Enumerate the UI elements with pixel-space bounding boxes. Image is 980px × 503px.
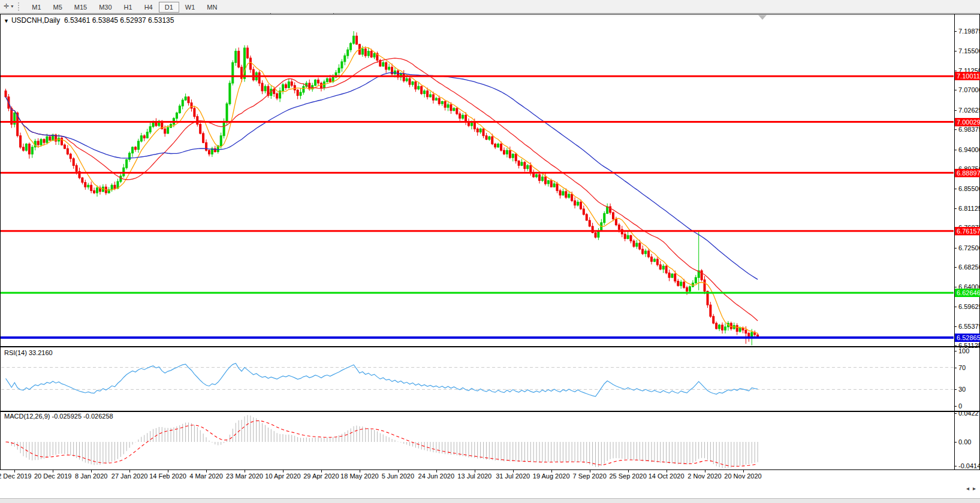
candle-body bbox=[541, 177, 543, 180]
candle-body bbox=[716, 323, 717, 329]
candle-body bbox=[149, 126, 151, 132]
date-label: 5 Jun 2020 bbox=[382, 472, 414, 480]
chart-plot-area[interactable] bbox=[0, 0, 954, 469]
timeframe-button-m5[interactable]: M5 bbox=[47, 2, 68, 13]
candle-body bbox=[553, 184, 555, 187]
date-label: 2 Dec 2019 bbox=[0, 472, 31, 480]
candle-body bbox=[491, 137, 493, 144]
tab-scroll-right-icon[interactable]: ▸ bbox=[971, 485, 978, 492]
candle-body bbox=[456, 108, 458, 114]
candle-body bbox=[527, 165, 529, 168]
candle-body bbox=[515, 154, 517, 161]
timeframe-button-mn[interactable]: MN bbox=[201, 2, 223, 13]
candle-body bbox=[430, 95, 432, 97]
candle-body bbox=[326, 78, 328, 81]
rsi-pane-separator[interactable] bbox=[0, 346, 980, 347]
rsi-label: RSI(14) 33.2160 bbox=[4, 349, 53, 356]
tab-scroll-left-icon[interactable]: ◂ bbox=[964, 485, 971, 492]
slow-ma-line bbox=[6, 72, 758, 279]
candle-body bbox=[300, 92, 301, 95]
candle-body bbox=[264, 86, 266, 91]
candle-body bbox=[137, 141, 139, 150]
price-tick-label: 6.98375 bbox=[958, 126, 980, 133]
candle-body bbox=[226, 104, 228, 122]
crosshair-tool-icon[interactable]: ✛ bbox=[0, 2, 11, 10]
candle-body bbox=[465, 115, 467, 122]
candle-body bbox=[689, 287, 690, 292]
candle-body bbox=[630, 235, 632, 241]
candle-body bbox=[179, 106, 180, 113]
candle-body bbox=[261, 83, 263, 91]
price-tick-label: 7.15500 bbox=[958, 47, 980, 54]
candle-body bbox=[135, 147, 137, 150]
candle-body bbox=[421, 86, 423, 93]
candle-body bbox=[642, 249, 644, 254]
candle-body bbox=[539, 175, 541, 181]
candle-body bbox=[40, 140, 42, 145]
price-tick-label: 6.59625 bbox=[958, 303, 980, 310]
timeframe-button-w1[interactable]: W1 bbox=[179, 2, 201, 13]
candle-body bbox=[512, 154, 514, 157]
candle-body bbox=[701, 271, 702, 280]
candle-body bbox=[615, 219, 617, 225]
rsi-tick-label: 100 bbox=[958, 347, 969, 354]
price-tick-label: 6.85500 bbox=[958, 185, 980, 192]
candle-body bbox=[20, 136, 22, 147]
toolbar-dropdown-caret-icon[interactable]: ▾ bbox=[11, 4, 17, 9]
macd-pane-separator[interactable] bbox=[0, 411, 980, 412]
candle-body bbox=[406, 78, 408, 81]
candle-body bbox=[315, 80, 316, 86]
candle-body bbox=[232, 63, 234, 83]
date-label: 13 Jul 2020 bbox=[457, 472, 491, 480]
candle-body bbox=[680, 282, 682, 286]
candle-body bbox=[624, 234, 626, 239]
price-tick-label: 7.02625 bbox=[958, 107, 980, 114]
toolbar-drag-handle[interactable] bbox=[18, 2, 22, 11]
candle-body bbox=[200, 125, 201, 134]
date-label: 20 Nov 2020 bbox=[724, 472, 761, 480]
candle-body bbox=[126, 159, 128, 168]
candle-body bbox=[444, 101, 446, 107]
candle-body bbox=[111, 185, 113, 190]
candle-body bbox=[648, 251, 650, 257]
candle-body bbox=[132, 147, 134, 153]
macd-tick-label: -0.04148 bbox=[958, 462, 980, 469]
candle-body bbox=[140, 136, 142, 141]
candle-body bbox=[550, 181, 552, 187]
price-tick-label: 6.72500 bbox=[958, 244, 980, 252]
candle-body bbox=[653, 259, 655, 262]
candle-body bbox=[562, 192, 564, 195]
candle-body bbox=[483, 129, 484, 136]
candle-body bbox=[164, 129, 166, 134]
candle-body bbox=[695, 277, 696, 283]
timeframe-button-m15[interactable]: M15 bbox=[68, 2, 93, 13]
chart-shift-marker-icon[interactable] bbox=[758, 15, 767, 20]
candle-body bbox=[85, 183, 86, 187]
chart-title: ▼USDCNH,Daily 6.53461 6.53845 6.52937 6.… bbox=[4, 16, 174, 25]
timeframe-button-m30[interactable]: M30 bbox=[93, 2, 117, 13]
candle-body bbox=[37, 141, 39, 145]
date-label: 7 Sep 2020 bbox=[573, 472, 607, 480]
price-tick-label: 6.55375 bbox=[958, 323, 980, 330]
price-line-tag: 6.88897 bbox=[955, 169, 980, 177]
price-line-tag: 6.52865 bbox=[955, 334, 980, 342]
candle-body bbox=[674, 274, 676, 281]
candle-body bbox=[544, 177, 546, 184]
candle-body bbox=[427, 91, 429, 97]
candle-body bbox=[294, 86, 295, 90]
candle-body bbox=[627, 235, 629, 238]
toolbar: ✛ ▾ M1M5M15M30H1H4D1W1MN bbox=[0, 0, 980, 13]
candle-body bbox=[31, 147, 33, 154]
symbol-dropdown-icon[interactable]: ▼ bbox=[4, 18, 9, 24]
timeframe-button-m1[interactable]: M1 bbox=[26, 2, 47, 13]
date-label: 19 Aug 2020 bbox=[533, 472, 570, 480]
date-label: 29 Apr 2020 bbox=[303, 472, 339, 480]
candle-body bbox=[477, 129, 478, 132]
timeframe-button-h1[interactable]: H1 bbox=[118, 2, 138, 13]
candle-body bbox=[291, 82, 293, 86]
timeframe-button-h4[interactable]: H4 bbox=[138, 2, 159, 13]
date-label: 24 Jun 2020 bbox=[418, 472, 455, 480]
candle-body bbox=[258, 72, 260, 83]
timeframe-button-d1[interactable]: D1 bbox=[159, 2, 179, 13]
candle-body bbox=[435, 98, 437, 100]
